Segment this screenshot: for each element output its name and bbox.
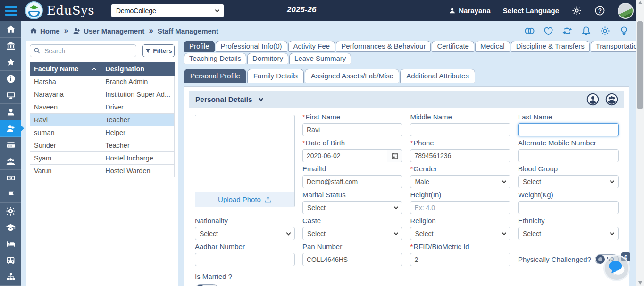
breadcrumb-user-management[interactable]: User Management — [73, 27, 144, 35]
favorite-heart-icon[interactable] — [543, 25, 554, 36]
user-name: Narayana — [459, 7, 491, 15]
sidebar-item-groups[interactable] — [0, 153, 21, 170]
sidebar-item-info[interactable] — [0, 71, 21, 87]
table-row[interactable]: SunderTeacher — [30, 139, 175, 152]
column-header-designation[interactable]: Designation — [101, 63, 175, 76]
table-row[interactable]: SyamHostel Incharge — [30, 152, 175, 165]
aadhar-input[interactable] — [195, 253, 295, 266]
avatar[interactable] — [618, 3, 634, 19]
tab-activity-fee[interactable]: Activity Fee — [288, 41, 335, 52]
table-row[interactable]: VarunHostel Warden — [30, 165, 175, 177]
filters-button[interactable]: Filters — [142, 44, 175, 57]
sidebar-item-transport[interactable] — [0, 252, 21, 269]
tab-profile[interactable]: Profile — [184, 41, 215, 52]
pan-input[interactable] — [302, 253, 402, 266]
upload-photo-button[interactable]: Upload Photo — [195, 192, 294, 207]
caste-select[interactable]: Select — [302, 227, 402, 240]
sidebar-item-institution[interactable] — [0, 38, 21, 54]
breadcrumb-home[interactable]: Home — [30, 27, 60, 35]
ethnicity-select[interactable]: Select — [518, 227, 619, 240]
middle-name-input[interactable] — [410, 123, 510, 136]
sidebar-item-card[interactable] — [0, 137, 21, 153]
field-nationality: Nationality Select — [195, 217, 295, 243]
sidebar-item-favorites[interactable] — [0, 54, 21, 71]
sidebar-item-monitor[interactable] — [0, 87, 21, 104]
table-row[interactable]: HarshaBranch Admin — [30, 76, 175, 88]
group-profile-icon[interactable] — [605, 93, 618, 106]
faculty-table: Faculty Name Designation HarshaBranch Ad… — [30, 62, 175, 177]
tab-medical[interactable]: Medical — [475, 41, 510, 52]
subtab-family-details[interactable]: Family Details — [247, 69, 304, 83]
weight-input[interactable] — [518, 201, 619, 214]
alternate-mobile-input[interactable] — [518, 149, 619, 162]
toggle-icon[interactable] — [524, 25, 535, 36]
blood-group-select[interactable]: Select — [518, 175, 619, 188]
breadcrumb: Home » User Management » Staff Managemen… — [21, 21, 636, 40]
chevron-down-icon — [610, 231, 615, 236]
subtab-personal-profile[interactable]: Personal Profile — [184, 69, 246, 83]
calendar-button[interactable] — [387, 149, 402, 162]
sidebar-item-user-management[interactable] — [0, 120, 21, 137]
sidebar-item-finance[interactable] — [0, 170, 21, 186]
brand[interactable]: EduSys — [25, 1, 94, 19]
tab-professional-info[interactable]: Professional Info(0) — [216, 41, 287, 52]
subtab-additional-attributes[interactable]: Additional Attributes — [400, 69, 475, 83]
height-input[interactable] — [410, 201, 510, 214]
sidebar-item-academics[interactable] — [0, 219, 21, 236]
field-rfid: *RFID/BioMetric Id — [410, 243, 510, 269]
table-row-selected[interactable]: RaviTeacher — [30, 114, 175, 126]
field-ethnicity: Ethnicity Select — [518, 217, 619, 243]
brand-name: EduSys — [47, 3, 94, 17]
sidebar-item-home[interactable] — [0, 21, 21, 38]
user-menu[interactable]: Narayana — [449, 7, 491, 15]
tab-performances-behaviour[interactable]: Performances & Behaviour — [336, 41, 431, 52]
table-row[interactable]: NarayanaInstitution Super Ad... — [30, 88, 175, 101]
first-name-input[interactable] — [302, 123, 402, 136]
tab-leave-summary[interactable]: Leave Summary — [289, 53, 351, 64]
tab-certificate[interactable]: Certificate — [432, 41, 474, 52]
tab-dormitory[interactable]: Dormitory — [247, 53, 288, 64]
rfid-input[interactable] — [410, 253, 510, 266]
last-name-input[interactable] — [518, 123, 619, 136]
lightbulb-icon[interactable] — [619, 25, 629, 36]
sidebar-item-flag[interactable] — [0, 186, 21, 203]
is-married-toggle[interactable]: NO — [195, 284, 218, 286]
date-of-birth-input[interactable] — [302, 149, 387, 162]
chat-button[interactable] — [603, 255, 630, 281]
refresh-icon[interactable] — [562, 25, 573, 36]
religion-select[interactable]: Select — [410, 227, 510, 240]
tab-discipline-transfers[interactable]: Discipline & Transfers — [511, 41, 590, 52]
gender-select[interactable]: Male — [410, 175, 510, 188]
scroll-down-arrow[interactable] — [638, 281, 642, 285]
nationality-select[interactable]: Select — [195, 227, 295, 240]
select-language-button[interactable]: Select Language — [503, 7, 559, 15]
help-icon[interactable]: ? — [594, 5, 605, 16]
table-row[interactable]: NaveenDriver — [30, 101, 175, 114]
sidebar-item-profile[interactable] — [0, 104, 21, 120]
vertical-scrollbar[interactable] — [636, 0, 644, 286]
hamburger-menu-icon[interactable] — [5, 6, 17, 17]
settings-gear-icon[interactable] — [600, 25, 611, 36]
toggle-knob — [596, 255, 605, 264]
table-row[interactable]: sumanHelper — [30, 126, 175, 139]
scroll-up-arrow[interactable] — [638, 1, 642, 4]
college-select[interactable]: DemoCollege — [111, 4, 224, 17]
chevron-down-icon — [610, 179, 615, 184]
single-profile-icon[interactable] — [586, 93, 599, 106]
email-input[interactable] — [302, 175, 402, 188]
subtab-assigned-assets[interactable]: Assigned Assets/Lab/Misc — [305, 69, 399, 83]
column-header-faculty-name[interactable]: Faculty Name — [30, 63, 101, 76]
scrollbar-thumb[interactable] — [637, 21, 643, 109]
sort-asc-icon[interactable] — [91, 66, 97, 72]
tab-teaching-details[interactable]: Teaching Details — [184, 53, 246, 64]
phone-input[interactable] — [410, 149, 510, 162]
settings-gear-icon[interactable] — [571, 5, 582, 16]
sidebar-item-settings[interactable] — [0, 203, 21, 219]
marital-status-select[interactable]: Select — [302, 201, 402, 214]
sidebar-item-hostel[interactable] — [0, 236, 21, 252]
search-input[interactable] — [30, 44, 136, 57]
personal-details-header: Personal Details — [189, 91, 624, 108]
chevron-down-icon[interactable] — [257, 96, 265, 103]
notifications-bell-icon[interactable] — [581, 25, 592, 36]
sidebar-item-hierarchy[interactable] — [0, 269, 21, 286]
